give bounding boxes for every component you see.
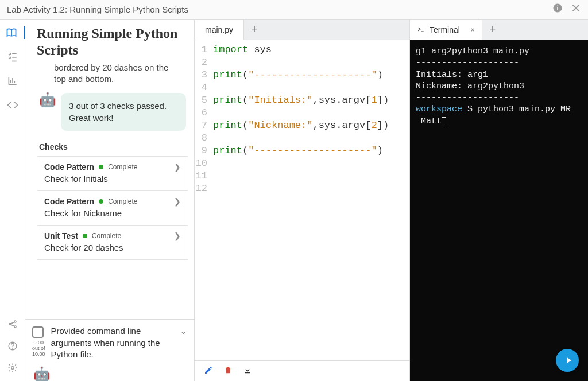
instructions-heading: Running Simple Python Scripts	[37, 25, 183, 59]
chevron-right-icon: ❯	[174, 197, 181, 206]
terminal-tab[interactable]: Terminal ×	[410, 20, 482, 40]
check-label: Code Pattern	[44, 162, 94, 172]
chevron-right-icon: ❯	[174, 231, 181, 240]
task-checkbox[interactable]	[32, 326, 44, 338]
svg-point-8	[11, 367, 14, 370]
editor-tabs: main.py +	[195, 20, 409, 40]
chevron-right-icon: ❯	[174, 162, 181, 172]
check-desc: Check for Initials	[44, 174, 181, 184]
new-tab-button[interactable]: +	[244, 20, 265, 40]
editor-panel: main.py + 123456789101112 import sys pri…	[195, 20, 410, 381]
rail-help-icon[interactable]	[6, 340, 19, 352]
close-icon[interactable]: ×	[470, 25, 475, 34]
rail-code-icon[interactable]	[6, 99, 19, 111]
rail-share-icon[interactable]	[6, 318, 19, 331]
code-editor[interactable]: 123456789101112 import sys print("------…	[195, 40, 409, 360]
check-label: Code Pattern	[44, 197, 94, 206]
check-item[interactable]: Code Pattern Complete ❯ Check for Nickna…	[37, 191, 188, 226]
editor-toolbar	[195, 360, 409, 381]
check-desc: Check for 20 dashes	[44, 243, 181, 252]
terminal-icon	[417, 25, 425, 35]
checks-heading: Checks	[39, 142, 188, 151]
terminal-panel: Terminal × + g1 arg2python3 main.py ----…	[410, 20, 588, 381]
svg-rect-2	[557, 6, 558, 7]
instructions-panel: Running Simple Python Scripts bordered b…	[25, 20, 195, 381]
terminal-cursor	[442, 117, 446, 126]
info-icon[interactable]	[552, 3, 563, 16]
run-button[interactable]	[556, 349, 579, 372]
terminal-output[interactable]: g1 arg2python3 main.py -----------------…	[410, 40, 588, 381]
svg-point-4	[14, 321, 16, 322]
rail-settings-icon[interactable]	[6, 361, 19, 374]
delete-icon[interactable]	[223, 366, 233, 377]
rail-chart-icon[interactable]	[6, 75, 19, 87]
svg-point-5	[14, 326, 16, 328]
check-item[interactable]: Code Pattern Complete ❯ Check for Initia…	[37, 156, 188, 191]
rail-checklist-icon[interactable]	[6, 50, 19, 63]
rail-book-icon[interactable]	[0, 26, 25, 39]
bot-avatar-icon: 🤖	[39, 93, 55, 109]
left-rail	[0, 20, 25, 381]
page-title: Lab Activity 1.2: Running Simple Python …	[7, 5, 188, 14]
check-status: Complete	[92, 232, 121, 240]
editor-tab[interactable]: main.py	[195, 20, 244, 40]
edit-icon[interactable]	[204, 366, 213, 377]
status-dot-icon	[99, 165, 103, 169]
task-score: 0.00 out of 10.00	[32, 340, 45, 357]
bot-avatar-icon: 🤖	[25, 366, 194, 381]
instructions-desc-fragment: bordered by 20 dashes on the top and bot…	[37, 62, 188, 90]
status-dot-icon	[99, 199, 103, 204]
check-status: Complete	[108, 197, 137, 205]
check-label: Unit Test	[44, 231, 78, 240]
task-panel: 0.00 out of 10.00 Provided command line …	[25, 319, 194, 366]
svg-point-7	[12, 348, 13, 348]
check-status: Complete	[108, 163, 137, 171]
checks-list: Code Pattern Complete ❯ Check for Initia…	[37, 156, 188, 260]
chevron-down-icon[interactable]: ⌄	[180, 325, 187, 360]
check-desc: Check for Nickname	[44, 208, 181, 218]
bot-message: 3 out of 3 checks passed. Great work!	[61, 93, 186, 131]
close-icon[interactable]	[571, 3, 581, 16]
check-item[interactable]: Unit Test Complete ❯ Check for 20 dashes	[37, 226, 188, 260]
terminal-tab-label: Terminal	[430, 25, 460, 34]
svg-point-3	[9, 324, 11, 325]
new-terminal-button[interactable]: +	[482, 20, 503, 40]
task-text: Provided command line arguments when run…	[51, 325, 174, 360]
status-dot-icon	[83, 234, 87, 238]
download-icon[interactable]	[243, 366, 252, 377]
svg-rect-1	[557, 7, 558, 10]
